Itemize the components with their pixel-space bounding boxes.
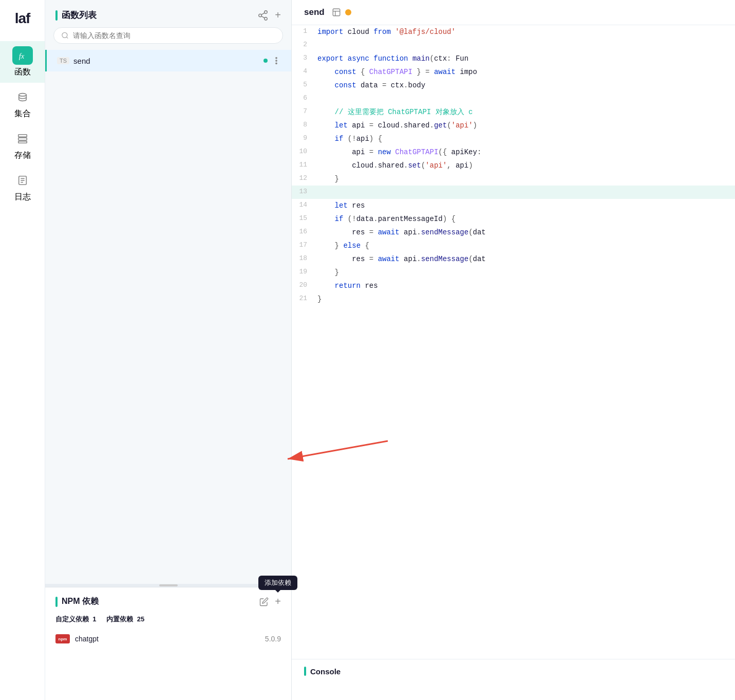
add-dependency-container: 添加依赖 + [275, 596, 281, 607]
npm-tab-builtin[interactable]: 内置依赖 25 [106, 615, 144, 624]
function-list-title: 函数列表 [55, 9, 97, 21]
svg-rect-4 [18, 141, 27, 143]
search-box [53, 27, 283, 44]
collections-icon [17, 91, 28, 103]
code-line-20: 20 return res [292, 279, 735, 292]
sidebar-label-functions: 函数 [14, 67, 31, 78]
npm-tab-custom[interactable]: 自定义依赖 1 [55, 615, 96, 624]
svg-text:fx: fx [18, 52, 24, 60]
npm-logo-text: npm [59, 637, 67, 641]
sidebar-item-collections[interactable]: 集合 [0, 83, 45, 124]
svg-point-18 [276, 63, 277, 64]
add-function-button[interactable]: + [275, 9, 281, 21]
svg-line-12 [261, 16, 265, 18]
svg-point-16 [276, 58, 277, 59]
logs-icon [17, 175, 28, 186]
code-editor[interactable]: 1 import cloud from '@lafjs/cloud' 2 3 e… [292, 25, 735, 659]
npm-title-bar [55, 597, 58, 607]
code-header-icons [332, 8, 351, 17]
divider-handle-dots [159, 584, 178, 586]
svg-point-10 [259, 14, 262, 17]
sidebar-label-collections: 集合 [14, 108, 31, 119]
code-line-17: 17 } else { [292, 239, 735, 252]
npm-title: NPM 依赖 [55, 596, 99, 607]
console-label: Console [310, 667, 341, 676]
code-line-1: 1 import cloud from '@lafjs/cloud' [292, 25, 735, 39]
function-list-section: 函数列表 + ts send [45, 0, 291, 584]
code-line-21: 21 } [292, 292, 735, 306]
code-line-16: 16 res = await api.sendMessage(dat [292, 226, 735, 239]
npm-actions: 添加依赖 + [259, 596, 281, 607]
svg-rect-19 [333, 9, 340, 16]
sidebar: laf fx 函数 集合 存储 [0, 0, 45, 700]
svg-point-14 [62, 32, 67, 38]
svg-point-1 [18, 94, 26, 97]
svg-point-17 [276, 60, 277, 61]
code-line-9: 9 if (!api) { [292, 132, 735, 145]
more-options-icon[interactable] [272, 56, 281, 65]
add-dependency-button[interactable]: + [275, 596, 281, 607]
code-panel: send 1 import cloud from '@lafjs/cloud' … [292, 0, 735, 700]
logo-text: laf [15, 10, 30, 27]
npm-tab-builtin-count: 25 [137, 615, 144, 623]
code-line-6: 6 [292, 92, 735, 105]
sidebar-item-functions[interactable]: fx 函数 [0, 41, 45, 83]
svg-line-15 [66, 37, 68, 39]
code-line-8: 8 let api = cloud.shared.get('api') [292, 119, 735, 132]
functions-icon: fx [17, 50, 28, 61]
code-header: send [292, 0, 735, 25]
npm-package-name: chatgpt [75, 635, 99, 643]
svg-rect-3 [18, 138, 27, 140]
npm-tabs: 自定义依赖 1 内置依赖 25 [55, 615, 281, 624]
webhook-icon[interactable] [257, 10, 269, 21]
add-dependency-tooltip: 添加依赖 [258, 576, 297, 590]
npm-tab-builtin-label: 内置依赖 [106, 615, 133, 623]
npm-section: NPM 依赖 添加依赖 + 自定义依赖 1 内置依赖 25 [45, 587, 291, 700]
code-line-15: 15 if (!data.parentMessageId) { [292, 212, 735, 226]
function-list-actions: + [257, 9, 281, 21]
svg-point-11 [265, 17, 268, 20]
logs-icon-box [12, 171, 33, 190]
code-line-10: 10 api = new ChatGPTAPI({ apiKey: [292, 145, 735, 159]
sidebar-item-storage[interactable]: 存储 [0, 124, 45, 166]
code-line-5: 5 const data = ctx.body [292, 79, 735, 92]
sidebar-label-logs: 日志 [14, 192, 31, 202]
svg-line-13 [261, 12, 265, 14]
logo: laf [9, 8, 36, 29]
code-line-2: 2 [292, 39, 735, 52]
code-line-4: 4 const { ChatGPTAPI } = await impo [292, 65, 735, 79]
functions-icon-box: fx [12, 46, 33, 65]
console-bar-decoration [304, 667, 306, 676]
function-lang-badge: ts [57, 57, 69, 64]
code-line-11: 11 cloud.shared.set('api', api) [292, 159, 735, 172]
sidebar-item-logs[interactable]: 日志 [0, 166, 45, 208]
search-input[interactable] [73, 31, 275, 40]
code-line-3: 3 export async function main(ctx: Fun [292, 52, 735, 65]
svg-rect-2 [18, 135, 27, 137]
storage-icon [17, 133, 28, 144]
npm-item-left: npm chatgpt [55, 634, 99, 643]
edit-icon[interactable] [259, 597, 269, 606]
function-item-send[interactable]: ts send [45, 50, 291, 71]
code-line-14: 14 let res [292, 199, 735, 212]
code-options-icon[interactable] [332, 8, 341, 17]
npm-title-label: NPM 依赖 [62, 596, 99, 607]
function-list-label: 函数列表 [62, 9, 97, 21]
npm-item-chatgpt: npm chatgpt 5.0.9 [55, 631, 281, 647]
search-icon [61, 31, 69, 40]
npm-package-version: 5.0.9 [265, 635, 281, 643]
code-line-13: 13 [292, 186, 735, 199]
function-list-header: 函数列表 + [45, 0, 291, 27]
function-status-dot [263, 59, 268, 63]
title-bar-decoration [55, 10, 58, 21]
code-line-18: 18 res = await api.sendMessage(dat [292, 252, 735, 266]
storage-icon-box [12, 130, 33, 148]
code-line-19: 19 } [292, 266, 735, 279]
console-section: Console [292, 659, 735, 700]
sidebar-label-storage: 存储 [14, 150, 31, 161]
function-panel: 函数列表 + ts send [45, 0, 292, 700]
code-line-12: 12 } [292, 172, 735, 186]
code-line-7: 7 // 这里需要把 ChatGPTAPI 对象放入 c [292, 105, 735, 119]
svg-point-9 [265, 10, 268, 13]
function-name: send [73, 57, 90, 65]
